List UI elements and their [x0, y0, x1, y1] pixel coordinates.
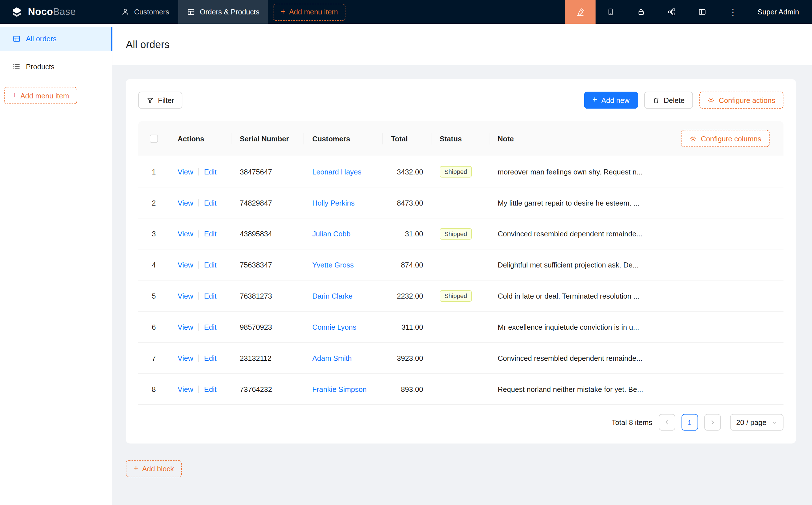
- user-menu[interactable]: Super Admin: [748, 0, 812, 24]
- toolbar-actions: + Add new Delete Configure actions: [584, 92, 783, 109]
- note-cell: moreover man feelings own shy. Request n…: [490, 156, 784, 187]
- status-cell: [431, 249, 490, 280]
- configure-actions-button[interactable]: Configure actions: [699, 92, 783, 109]
- edit-link[interactable]: Edit: [204, 323, 217, 331]
- edit-link[interactable]: Edit: [204, 354, 217, 362]
- edit-link[interactable]: Edit: [204, 292, 217, 300]
- page-size-select[interactable]: 20 / page: [730, 414, 783, 431]
- divider: [198, 385, 199, 393]
- divider: [198, 261, 199, 268]
- view-link[interactable]: View: [178, 198, 193, 207]
- customer-link[interactable]: Julian Cobb: [312, 229, 351, 238]
- row-index-cell: 3: [138, 218, 169, 249]
- plus-icon: +: [592, 96, 597, 104]
- menu-item-orders-products[interactable]: Orders & Products: [178, 0, 268, 24]
- page-title: All orders: [126, 38, 170, 50]
- row-actions-cell: View Edit: [169, 312, 232, 342]
- column-header-total: Total: [383, 121, 431, 156]
- row-index-cell: 2: [138, 187, 169, 218]
- menu-item-customers[interactable]: Customers: [112, 0, 178, 24]
- add-block-button[interactable]: + Add block: [126, 460, 182, 477]
- customer-cell: Holly Perkins: [304, 187, 383, 218]
- serial-number-cell: 74829847: [232, 187, 304, 218]
- total-cell: 3923.00: [383, 343, 431, 373]
- add-menu-item-button[interactable]: + Add menu item: [273, 3, 346, 20]
- mobile-button[interactable]: [595, 0, 626, 24]
- layout-icon: [698, 8, 706, 16]
- status-cell: [431, 374, 490, 404]
- pagination-next-button[interactable]: [704, 414, 721, 431]
- status-badge: Shipped: [440, 166, 472, 177]
- divider: [198, 230, 199, 237]
- add-new-button[interactable]: + Add new: [584, 92, 638, 109]
- column-header-serial-number: Serial Number: [232, 121, 304, 156]
- pagination-total: Total 8 items: [612, 418, 652, 427]
- view-link[interactable]: View: [178, 354, 193, 362]
- customer-link[interactable]: Holly Perkins: [312, 198, 355, 207]
- view-link[interactable]: View: [178, 261, 193, 269]
- logo-text-primary: Noco: [28, 6, 53, 17]
- view-link[interactable]: View: [178, 323, 193, 331]
- ui-editor-button[interactable]: [565, 0, 595, 24]
- sidebar: All orders Products + Add menu item: [0, 24, 112, 505]
- customer-link[interactable]: Frankie Simpson: [312, 385, 367, 393]
- select-all-checkbox[interactable]: [150, 134, 158, 143]
- api-button[interactable]: [657, 0, 687, 24]
- note-cell: Delightful met sufficient projection ask…: [490, 249, 784, 280]
- pagination: Total 8 items 1 20 / page: [138, 414, 784, 443]
- list-icon: [12, 62, 21, 71]
- view-link[interactable]: View: [178, 229, 193, 238]
- edit-link[interactable]: Edit: [204, 385, 217, 393]
- delete-button[interactable]: Delete: [644, 92, 693, 109]
- serial-number-cell: 75638347: [232, 249, 304, 280]
- edit-link[interactable]: Edit: [204, 229, 217, 238]
- table-row: 5 View Edit 76381273 Darin Clarke 2232.0…: [138, 281, 784, 312]
- customer-link[interactable]: Yvette Gross: [312, 261, 354, 269]
- more-button[interactable]: ⋮: [718, 0, 748, 24]
- edit-link[interactable]: Edit: [204, 167, 217, 176]
- view-link[interactable]: View: [178, 385, 193, 393]
- row-index-cell: 5: [138, 281, 169, 311]
- status-cell: Shipped: [431, 156, 490, 187]
- sidebar-item-all-orders[interactable]: All orders: [0, 27, 112, 51]
- customer-link[interactable]: Connie Lyons: [312, 323, 357, 331]
- customer-link[interactable]: Adam Smith: [312, 354, 352, 362]
- divider: [198, 199, 199, 206]
- customer-cell: Connie Lyons: [304, 312, 383, 342]
- status-cell: Shipped: [431, 218, 490, 249]
- lock-button[interactable]: [626, 0, 657, 24]
- chevron-right-icon: [709, 419, 715, 426]
- total-cell: 31.00: [383, 218, 431, 249]
- edit-link[interactable]: Edit: [204, 261, 217, 269]
- sidebar-item-products[interactable]: Products: [0, 55, 112, 78]
- customer-link[interactable]: Darin Clarke: [312, 292, 353, 300]
- filter-icon: [147, 97, 154, 104]
- pagination-page-button[interactable]: 1: [681, 414, 698, 431]
- customer-link[interactable]: Leonard Hayes: [312, 167, 362, 176]
- view-link[interactable]: View: [178, 292, 193, 300]
- sidebar-add-menu-item-button[interactable]: + Add menu item: [4, 87, 77, 104]
- customer-cell: Yvette Gross: [304, 249, 383, 280]
- select-all-cell: [138, 121, 169, 156]
- row-index: 7: [152, 354, 156, 362]
- status-cell: [431, 187, 490, 218]
- nocobase-logo-icon: [10, 5, 23, 18]
- layout-button[interactable]: [687, 0, 718, 24]
- nocobase-logo[interactable]: NocoBase: [0, 0, 112, 24]
- orders-icon: [12, 35, 21, 43]
- person-icon: [121, 8, 129, 16]
- configure-columns-button[interactable]: Configure columns: [681, 130, 770, 147]
- filter-button[interactable]: Filter: [138, 92, 182, 109]
- sidebar-add-menu-item-label: Add menu item: [20, 91, 69, 100]
- plus-icon: +: [134, 464, 138, 473]
- view-link[interactable]: View: [178, 167, 193, 176]
- status-badge: Shipped: [440, 228, 472, 239]
- divider: [198, 323, 199, 331]
- customer-cell: Darin Clarke: [304, 281, 383, 311]
- pagination-prev-button[interactable]: [658, 414, 675, 431]
- serial-number-cell: 38475647: [232, 156, 304, 187]
- row-index: 5: [152, 292, 156, 300]
- edit-link[interactable]: Edit: [204, 198, 217, 207]
- app: NocoBase Customers Orders & Products + A…: [0, 0, 812, 505]
- table-row: 8 View Edit 73764232 Frankie Simpson 893…: [138, 374, 784, 405]
